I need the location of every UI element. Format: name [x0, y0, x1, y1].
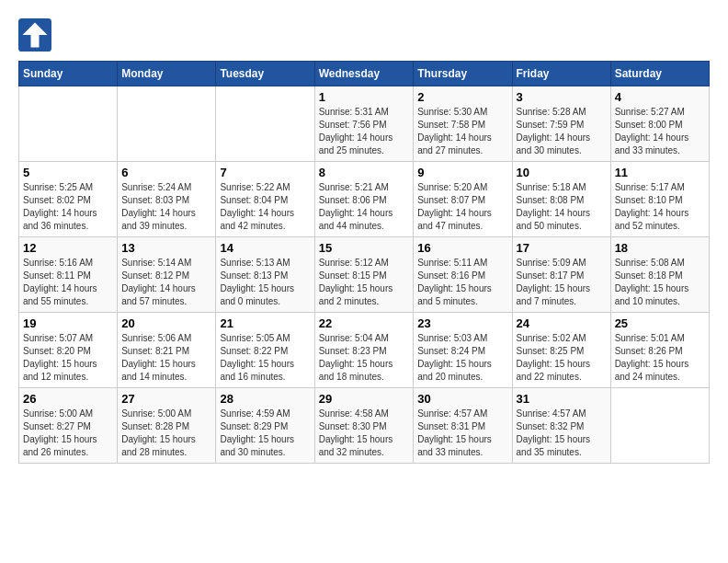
calendar-cell: 4Sunrise: 5:27 AM Sunset: 8:00 PM Daylig… [610, 86, 709, 162]
calendar-cell: 12Sunrise: 5:16 AM Sunset: 8:11 PM Dayli… [19, 237, 118, 313]
day-number: 6 [121, 166, 211, 179]
day-info: Sunrise: 5:03 AM Sunset: 8:24 PM Dayligh… [417, 332, 507, 384]
day-info: Sunrise: 4:58 AM Sunset: 8:30 PM Dayligh… [319, 408, 410, 459]
day-number: 11 [615, 166, 705, 179]
day-number: 27 [121, 392, 211, 406]
calendar-cell: 9Sunrise: 5:20 AM Sunset: 8:07 PM Daylig… [414, 162, 512, 237]
day-info: Sunrise: 5:07 AM Sunset: 8:20 PM Dayligh… [23, 332, 113, 384]
calendar-cell [19, 86, 118, 162]
calendar-cell: 29Sunrise: 4:58 AM Sunset: 8:30 PM Dayli… [314, 388, 414, 464]
logo [18, 18, 57, 52]
day-info: Sunrise: 4:57 AM Sunset: 8:31 PM Dayligh… [417, 408, 507, 459]
calendar-cell: 31Sunrise: 4:57 AM Sunset: 8:32 PM Dayli… [512, 388, 610, 464]
day-info: Sunrise: 5:04 AM Sunset: 8:23 PM Dayligh… [319, 332, 410, 384]
day-info: Sunrise: 5:09 AM Sunset: 8:17 PM Dayligh… [517, 257, 607, 308]
day-number: 20 [121, 316, 211, 330]
calendar-week-row: 12Sunrise: 5:16 AM Sunset: 8:11 PM Dayli… [19, 237, 710, 313]
day-number: 3 [517, 90, 607, 104]
day-header-tuesday: Tuesday [216, 62, 314, 86]
day-number: 16 [417, 241, 507, 255]
calendar-cell: 24Sunrise: 5:02 AM Sunset: 8:25 PM Dayli… [512, 313, 610, 388]
day-info: Sunrise: 5:17 AM Sunset: 8:10 PM Dayligh… [615, 181, 705, 233]
day-number: 22 [319, 316, 410, 330]
calendar-cell: 6Sunrise: 5:24 AM Sunset: 8:03 PM Daylig… [118, 162, 216, 237]
calendar-cell: 16Sunrise: 5:11 AM Sunset: 8:16 PM Dayli… [414, 237, 512, 313]
day-info: Sunrise: 5:02 AM Sunset: 8:25 PM Dayligh… [517, 332, 607, 384]
day-info: Sunrise: 5:28 AM Sunset: 7:59 PM Dayligh… [517, 106, 607, 157]
day-info: Sunrise: 5:25 AM Sunset: 8:02 PM Dayligh… [23, 181, 113, 233]
day-number: 7 [220, 166, 310, 179]
calendar-cell: 28Sunrise: 4:59 AM Sunset: 8:29 PM Dayli… [216, 388, 314, 464]
day-info: Sunrise: 5:18 AM Sunset: 8:08 PM Dayligh… [517, 181, 607, 233]
day-number: 4 [615, 90, 705, 104]
day-number: 21 [220, 316, 310, 330]
day-info: Sunrise: 5:05 AM Sunset: 8:22 PM Dayligh… [220, 332, 310, 384]
day-info: Sunrise: 5:01 AM Sunset: 8:26 PM Dayligh… [615, 332, 705, 384]
day-info: Sunrise: 4:59 AM Sunset: 8:29 PM Dayligh… [220, 408, 310, 459]
day-header-wednesday: Wednesday [314, 62, 414, 86]
day-number: 5 [23, 166, 113, 179]
calendar-cell: 11Sunrise: 5:17 AM Sunset: 8:10 PM Dayli… [610, 162, 709, 237]
day-number: 13 [121, 241, 211, 255]
day-number: 24 [517, 316, 607, 330]
day-info: Sunrise: 5:31 AM Sunset: 7:56 PM Dayligh… [319, 106, 410, 157]
day-header-monday: Monday [118, 62, 216, 86]
page-header [18, 18, 710, 52]
day-info: Sunrise: 5:00 AM Sunset: 8:28 PM Dayligh… [121, 408, 211, 459]
day-number: 8 [319, 166, 410, 179]
calendar-cell: 10Sunrise: 5:18 AM Sunset: 8:08 PM Dayli… [512, 162, 610, 237]
day-number: 31 [517, 392, 607, 406]
day-number: 26 [23, 392, 113, 406]
calendar-cell: 15Sunrise: 5:12 AM Sunset: 8:15 PM Dayli… [314, 237, 414, 313]
day-info: Sunrise: 5:00 AM Sunset: 8:27 PM Dayligh… [23, 408, 113, 459]
calendar-cell: 2Sunrise: 5:30 AM Sunset: 7:58 PM Daylig… [414, 86, 512, 162]
day-info: Sunrise: 5:20 AM Sunset: 8:07 PM Dayligh… [417, 181, 507, 233]
calendar-week-row: 19Sunrise: 5:07 AM Sunset: 8:20 PM Dayli… [19, 313, 710, 388]
day-number: 19 [23, 316, 113, 330]
day-info: Sunrise: 5:06 AM Sunset: 8:21 PM Dayligh… [121, 332, 211, 384]
calendar-cell: 23Sunrise: 5:03 AM Sunset: 8:24 PM Dayli… [414, 313, 512, 388]
calendar-cell: 26Sunrise: 5:00 AM Sunset: 8:27 PM Dayli… [19, 388, 118, 464]
day-number: 23 [417, 316, 507, 330]
day-number: 9 [417, 166, 507, 179]
calendar-cell: 17Sunrise: 5:09 AM Sunset: 8:17 PM Dayli… [512, 237, 610, 313]
day-info: Sunrise: 5:30 AM Sunset: 7:58 PM Dayligh… [417, 106, 507, 157]
day-info: Sunrise: 5:22 AM Sunset: 8:04 PM Dayligh… [220, 181, 310, 233]
calendar-cell: 22Sunrise: 5:04 AM Sunset: 8:23 PM Dayli… [314, 313, 414, 388]
calendar-cell: 8Sunrise: 5:21 AM Sunset: 8:06 PM Daylig… [314, 162, 414, 237]
day-number: 15 [319, 241, 410, 255]
calendar-cell: 5Sunrise: 5:25 AM Sunset: 8:02 PM Daylig… [19, 162, 118, 237]
day-number: 2 [417, 90, 507, 104]
day-header-saturday: Saturday [610, 62, 709, 86]
day-info: Sunrise: 5:21 AM Sunset: 8:06 PM Dayligh… [319, 181, 410, 233]
day-number: 29 [319, 392, 410, 406]
calendar-cell [610, 388, 709, 464]
day-number: 17 [517, 241, 607, 255]
calendar-cell: 7Sunrise: 5:22 AM Sunset: 8:04 PM Daylig… [216, 162, 314, 237]
day-info: Sunrise: 4:57 AM Sunset: 8:32 PM Dayligh… [517, 408, 607, 459]
calendar-cell: 14Sunrise: 5:13 AM Sunset: 8:13 PM Dayli… [216, 237, 314, 313]
day-number: 1 [319, 90, 410, 104]
day-info: Sunrise: 5:14 AM Sunset: 8:12 PM Dayligh… [121, 257, 211, 308]
calendar-cell: 13Sunrise: 5:14 AM Sunset: 8:12 PM Dayli… [118, 237, 216, 313]
calendar-cell: 20Sunrise: 5:06 AM Sunset: 8:21 PM Dayli… [118, 313, 216, 388]
calendar-cell: 1Sunrise: 5:31 AM Sunset: 7:56 PM Daylig… [314, 86, 414, 162]
day-header-sunday: Sunday [19, 62, 118, 86]
day-info: Sunrise: 5:08 AM Sunset: 8:18 PM Dayligh… [615, 257, 705, 308]
calendar-cell: 3Sunrise: 5:28 AM Sunset: 7:59 PM Daylig… [512, 86, 610, 162]
day-info: Sunrise: 5:13 AM Sunset: 8:13 PM Dayligh… [220, 257, 310, 308]
logo-icon [18, 18, 51, 52]
day-info: Sunrise: 5:16 AM Sunset: 8:11 PM Dayligh… [23, 257, 113, 308]
calendar-header-row: SundayMondayTuesdayWednesdayThursdayFrid… [19, 62, 710, 86]
day-info: Sunrise: 5:24 AM Sunset: 8:03 PM Dayligh… [121, 181, 211, 233]
day-number: 25 [615, 316, 705, 330]
calendar-cell [216, 86, 314, 162]
calendar-cell: 27Sunrise: 5:00 AM Sunset: 8:28 PM Dayli… [118, 388, 216, 464]
calendar-week-row: 1Sunrise: 5:31 AM Sunset: 7:56 PM Daylig… [19, 86, 710, 162]
calendar-week-row: 26Sunrise: 5:00 AM Sunset: 8:27 PM Dayli… [19, 388, 710, 464]
day-info: Sunrise: 5:11 AM Sunset: 8:16 PM Dayligh… [417, 257, 507, 308]
calendar-cell: 21Sunrise: 5:05 AM Sunset: 8:22 PM Dayli… [216, 313, 314, 388]
calendar-cell: 25Sunrise: 5:01 AM Sunset: 8:26 PM Dayli… [610, 313, 709, 388]
calendar-cell [118, 86, 216, 162]
day-number: 14 [220, 241, 310, 255]
